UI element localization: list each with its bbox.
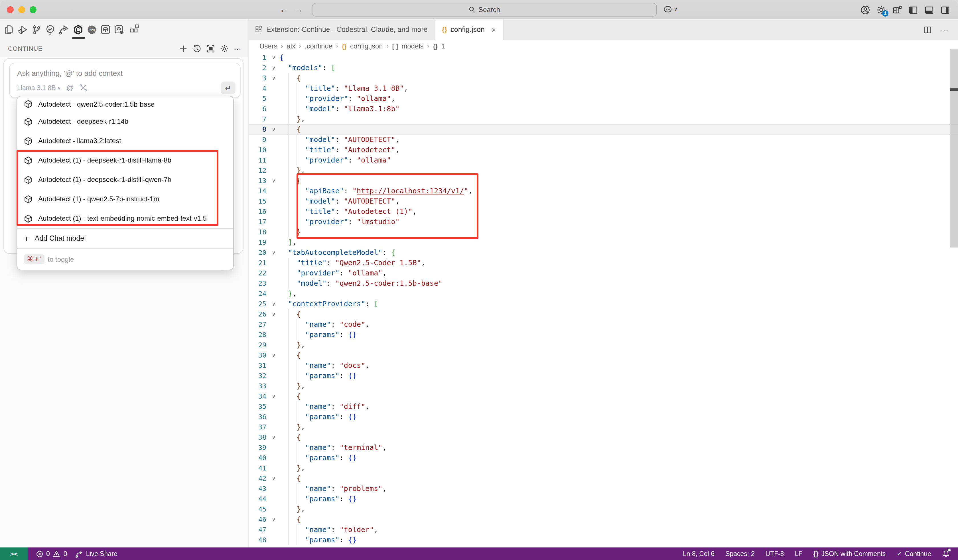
- problems-status[interactable]: 0 0: [36, 550, 67, 557]
- command-search-field[interactable]: Search: [312, 3, 657, 17]
- code-line[interactable]: 15 "model": "AUTODETECT",: [249, 196, 958, 206]
- fold-chevron-icon[interactable]: ∨: [268, 63, 279, 73]
- history-icon[interactable]: [193, 44, 201, 53]
- breadcrumb-item[interactable]: .continue: [305, 42, 332, 50]
- encoding-setting[interactable]: UTF-8: [765, 550, 784, 557]
- sidebar-item-live-share[interactable]: [59, 24, 69, 35]
- code-line[interactable]: 48 "params": {}: [249, 535, 958, 545]
- enter-button[interactable]: ↵: [220, 81, 236, 94]
- code-line[interactable]: 12 },: [249, 165, 958, 176]
- fold-chevron-icon[interactable]: ∨: [268, 73, 279, 83]
- code-line[interactable]: 35 "name": "diff",: [249, 401, 958, 412]
- fold-chevron-icon[interactable]: ∨: [268, 391, 279, 401]
- code-line[interactable]: 22 "provider": "ollama",: [249, 268, 958, 278]
- sidebar-item-source-control[interactable]: [31, 24, 42, 35]
- code-line[interactable]: 7 },: [249, 114, 958, 124]
- notifications-button[interactable]: [942, 550, 950, 558]
- code-line[interactable]: 28 "params": {}: [249, 330, 958, 340]
- code-line[interactable]: 8∨ {: [249, 124, 958, 135]
- fold-chevron-icon[interactable]: ∨: [268, 52, 279, 63]
- model-dropdown-item[interactable]: Autodetect - deepseek-r1:14b: [17, 112, 233, 131]
- code-line[interactable]: 18 }: [249, 227, 958, 237]
- window-minimize-button[interactable]: [18, 6, 25, 13]
- window-zoom-button[interactable]: [30, 6, 36, 13]
- customize-layout-button[interactable]: [892, 5, 902, 15]
- editor-scrollbar[interactable]: [950, 49, 958, 247]
- code-line[interactable]: 41 },: [249, 463, 958, 473]
- remote-indicator[interactable]: ><: [0, 547, 28, 560]
- model-dropdown-item[interactable]: Autodetect - qwen2.5-coder:1.5b-base: [17, 97, 233, 112]
- fold-chevron-icon[interactable]: ∨: [268, 350, 279, 360]
- toggle-panel-button[interactable]: [924, 5, 934, 15]
- code-line[interactable]: 33 },: [249, 381, 958, 391]
- code-line[interactable]: 25∨ "contextProviders": [: [249, 299, 958, 309]
- language-mode[interactable]: {} JSON with Comments: [814, 550, 886, 557]
- code-line[interactable]: 10 "title": "Autodetect",: [249, 145, 958, 155]
- code-line[interactable]: 9 "model": "AUTODETECT",: [249, 135, 958, 145]
- code-line[interactable]: 21 "title": "Qwen2.5-Coder 1.5B",: [249, 258, 958, 268]
- code-line[interactable]: 37 },: [249, 422, 958, 432]
- code-line[interactable]: 24 },: [249, 289, 958, 299]
- eol-setting[interactable]: LF: [795, 550, 803, 557]
- fold-chevron-icon[interactable]: ∨: [268, 514, 279, 525]
- add-chat-model-button[interactable]: + Add Chat model: [17, 229, 233, 248]
- fold-chevron-icon[interactable]: ∨: [268, 473, 279, 484]
- gear-icon[interactable]: [220, 44, 229, 53]
- code-line[interactable]: 16 "title": "Autodetect (1)",: [249, 206, 958, 217]
- sidebar-item-continue[interactable]: [73, 24, 83, 35]
- sidebar-item-run-debug[interactable]: [17, 24, 28, 35]
- code-line[interactable]: 47 "name": "folder",: [249, 525, 958, 535]
- sidebar-item-terraform-cloud[interactable]: [114, 24, 124, 35]
- code-line[interactable]: 2∨ "models": [: [249, 63, 958, 73]
- code-line[interactable]: 42∨ {: [249, 473, 958, 484]
- copilot-menu[interactable]: ∨: [663, 5, 677, 14]
- sidebar-item-explorer[interactable]: [4, 24, 14, 35]
- breadcrumb-item[interactable]: 1: [441, 42, 445, 50]
- indentation-setting[interactable]: Spaces: 2: [725, 550, 754, 557]
- code-line[interactable]: 32 "params": {}: [249, 371, 958, 381]
- code-line[interactable]: 44 "params": {}: [249, 494, 958, 504]
- tools-icon[interactable]: [79, 84, 87, 92]
- sidebar-item-extensions[interactable]: [129, 24, 140, 35]
- live-share-button[interactable]: Live Share: [75, 550, 117, 558]
- code-line[interactable]: 36 "params": {}: [249, 412, 958, 422]
- toggle-primary-sidebar-button[interactable]: [908, 5, 918, 15]
- code-line[interactable]: 29 },: [249, 340, 958, 350]
- code-line[interactable]: 27 "name": "code",: [249, 319, 958, 330]
- back-button[interactable]: ←: [278, 3, 290, 17]
- model-dropdown-item[interactable]: Autodetect (1) - text-embedding-nomic-em…: [17, 209, 233, 228]
- code-line[interactable]: 46∨ {: [249, 514, 958, 525]
- account-button[interactable]: [860, 5, 870, 15]
- model-dropdown-item[interactable]: Autodetect (1) - deepseek-r1-distill-lla…: [17, 151, 233, 170]
- code-line[interactable]: 38∨ {: [249, 432, 958, 443]
- add-context-button[interactable]: @: [67, 84, 74, 92]
- fold-chevron-icon[interactable]: ∨: [268, 247, 279, 258]
- cursor-position[interactable]: Ln 8, Col 6: [683, 550, 715, 557]
- more-actions-icon[interactable]: ···: [940, 25, 949, 34]
- code-line[interactable]: 39 "name": "terminal",: [249, 443, 958, 453]
- tab-extension-continue[interactable]: Extension: Continue - Codestral, Claude,…: [248, 19, 435, 40]
- fold-chevron-icon[interactable]: ∨: [268, 432, 279, 443]
- new-session-icon[interactable]: [179, 44, 188, 53]
- code-line[interactable]: 13∨ {: [249, 176, 958, 186]
- fold-chevron-icon[interactable]: ∨: [268, 176, 279, 186]
- code-line[interactable]: 6 "model": "llama3.1:8b": [249, 104, 958, 114]
- code-line[interactable]: 1∨{: [249, 52, 958, 63]
- chat-input-box[interactable]: Ask anything, '@' to add context Llama 3…: [9, 63, 241, 98]
- code-line[interactable]: 11 "provider": "ollama": [249, 155, 958, 165]
- code-line[interactable]: 4 "title": "Llama 3.1 8B",: [249, 83, 958, 94]
- formatter-status[interactable]: ✓ Continue: [897, 550, 931, 558]
- split-editor-icon[interactable]: [923, 25, 932, 34]
- model-dropdown-item[interactable]: Autodetect (1) - deepseek-r1-distill-qwe…: [17, 170, 233, 189]
- more-icon[interactable]: ···: [234, 44, 241, 53]
- code-line[interactable]: 14 "apiBase": "http://localhost:1234/v1/…: [249, 186, 958, 196]
- model-dropdown-item[interactable]: Autodetect (1) - qwen2.5-7b-instruct-1m: [17, 189, 233, 209]
- model-dropdown-item[interactable]: Autodetect - llama3.2:latest: [17, 131, 233, 151]
- code-line[interactable]: 31 "name": "docs",: [249, 360, 958, 371]
- fullscreen-icon[interactable]: [206, 44, 215, 53]
- fold-chevron-icon[interactable]: ∨: [268, 299, 279, 309]
- code-line[interactable]: 20∨ "tabAutocompleteModel": {: [249, 247, 958, 258]
- code-line[interactable]: 45 },: [249, 504, 958, 514]
- sidebar-item-testing[interactable]: [45, 24, 56, 35]
- toggle-secondary-sidebar-button[interactable]: [940, 5, 950, 15]
